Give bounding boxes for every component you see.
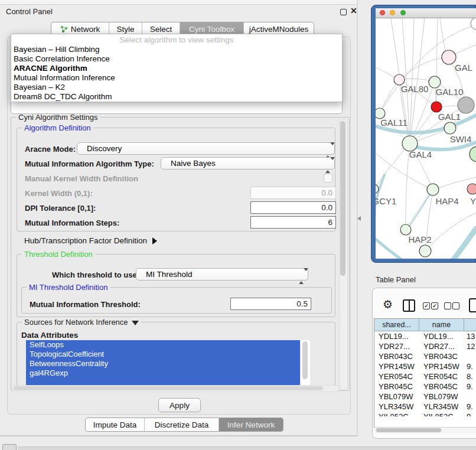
dpi-tolerance-label: DPI Tolerance [0,1]:	[25, 204, 96, 213]
window-top-strip	[0, 0, 357, 5]
table-header-cell[interactable]	[464, 319, 476, 331]
network-node[interactable]	[471, 18, 476, 30]
table-row[interactable]: YER054CYER054C8.	[374, 371, 476, 381]
network-edge	[425, 213, 476, 251]
manual-kernel-width-label: Manual Kernel Width Definition	[25, 174, 138, 183]
tab-infer-network[interactable]: Infer Network	[219, 418, 283, 431]
algorithm-option[interactable]: Mutual Information Inference	[11, 73, 342, 83]
network-node[interactable]	[470, 146, 476, 162]
table-cell: YER054C	[419, 371, 464, 381]
network-node[interactable]	[442, 50, 456, 64]
network-node[interactable]	[431, 102, 442, 112]
table-row[interactable]: YLR345WYLR345W9.	[374, 402, 476, 412]
splitter-collapse-arrow[interactable]	[357, 216, 361, 221]
settings-horizontal-scrollbar[interactable]	[12, 385, 339, 392]
mi-steps-field[interactable]: 6	[250, 216, 336, 229]
close-traffic-light[interactable]	[380, 10, 385, 15]
manual-kernel-width-checkbox[interactable]	[324, 174, 332, 182]
table-header-cell[interactable]: shared...	[374, 319, 419, 331]
settings-vertical-scrollbar-thumb[interactable]	[340, 121, 345, 276]
table-row[interactable]: YDR27...YDR27...12	[374, 341, 476, 351]
table-cell: 13	[464, 331, 476, 341]
network-node-label: GCY1	[376, 196, 396, 206]
table-header-cell[interactable]: name	[419, 319, 464, 331]
mi-algorithm-type-label: Mutual Information Algorithm Type:	[25, 159, 154, 168]
network-node[interactable]	[444, 122, 456, 134]
tab-impute-data-label: Impute Data	[93, 420, 137, 429]
tab-discretize-data[interactable]: Discretize Data	[145, 418, 219, 431]
attribute-option[interactable]	[26, 378, 300, 385]
network-node[interactable]	[429, 76, 441, 88]
float-window-icon[interactable]	[340, 9, 347, 15]
tab-style-label: Style	[116, 25, 134, 34]
network-node[interactable]	[419, 245, 431, 257]
table-horizontal-scrollbar[interactable]	[374, 427, 476, 433]
taskbar-button[interactable]	[2, 444, 17, 450]
attribute-option[interactable]: TopologicalCoefficient	[26, 350, 300, 359]
table-row[interactable]: YBL079WYBL079W	[374, 392, 476, 402]
network-node[interactable]	[467, 184, 476, 194]
mi-threshold-field[interactable]: 0.5	[230, 298, 311, 310]
table-row[interactable]: YIL052CYIL052C9.	[374, 412, 476, 416]
tab-select-label: Select	[150, 25, 172, 34]
table-row[interactable]: YDL19...YDL19...13	[374, 331, 476, 341]
algorithm-option[interactable]: Bayesian – K2	[11, 83, 342, 92]
mi-algorithm-type-combo[interactable]: Naive Bayes	[161, 157, 335, 169]
attributes-scrollbar[interactable]	[300, 340, 310, 385]
sources-legend[interactable]: Sources for Network Inference	[22, 318, 141, 327]
kernel-width-field[interactable]: 0.0	[250, 187, 336, 199]
gear-icon[interactable]: ⚙	[383, 298, 393, 311]
network-node-label: GAL11	[380, 118, 407, 128]
data-attributes-list[interactable]: SelfLoopsTopologicalCoefficientBetweenne…	[26, 340, 300, 385]
table-panel-title: Table Panel	[376, 275, 416, 284]
stepper-arrows-icon	[325, 160, 330, 171]
attributes-scrollbar-thumb[interactable]	[302, 341, 308, 379]
split-panel-icon[interactable]	[403, 299, 415, 312]
table-row[interactable]: YBR045CYBR045C9.	[374, 381, 476, 392]
tab-discretize-data-label: Discretize Data	[155, 420, 209, 429]
minimize-traffic-light[interactable]	[390, 10, 395, 15]
attribute-option[interactable]: BetweennessCentrality	[26, 359, 300, 369]
attribute-option[interactable]: gal4RGexp	[26, 369, 300, 378]
hub-factor-expander[interactable]: Hub/Transcription Factor Definition	[24, 236, 157, 245]
table-row[interactable]: YBR043CYBR043C	[374, 351, 476, 361]
network-node-label: GAL80	[401, 84, 429, 94]
network-node[interactable]	[458, 97, 474, 113]
deselect-all-icon[interactable]	[452, 302, 459, 309]
network-node[interactable]	[427, 184, 439, 195]
table-row[interactable]: YPR145WYPR145W9.	[374, 361, 476, 371]
table-cell: YLR345W	[374, 402, 419, 412]
algorithm-option[interactable]: ARACNE Algorithm	[11, 64, 342, 73]
network-canvas[interactable]: GALGAL80GAL10GAL1GAL11SWI4GAL4GCY1HAP4YH…	[376, 18, 476, 259]
tab-impute-data[interactable]: Impute Data	[86, 418, 145, 431]
network-node-label: GAL10	[436, 87, 464, 97]
algorithm-option[interactable]: Bayesian – Hill Climbing	[11, 45, 342, 54]
apply-button-label: Apply	[169, 401, 190, 410]
settings-horizontal-scrollbar-thumb[interactable]	[14, 386, 323, 390]
which-threshold-combo[interactable]: MI Threshold	[136, 268, 308, 281]
mi-threshold-label: Mutual Information Threshold:	[30, 300, 141, 309]
table-cell: YPR145W	[419, 361, 464, 371]
table-cell: YIL052C	[419, 412, 464, 416]
chevron-right-icon	[152, 237, 157, 244]
table-cell: 9.	[464, 412, 476, 416]
table-cell: YIL052C	[374, 412, 419, 416]
apply-button[interactable]: Apply	[158, 398, 201, 412]
attribute-option[interactable]: SelfLoops	[26, 340, 300, 350]
settings-vertical-scrollbar[interactable]	[339, 119, 348, 390]
select-all-icon[interactable]: ✓	[423, 302, 430, 309]
select-all-icon[interactable]: ✓	[431, 302, 438, 309]
table-cell: YBL079W	[374, 392, 419, 402]
table-cell: YLR345W	[419, 402, 464, 412]
dpi-tolerance-field[interactable]: 0.0	[250, 201, 336, 214]
new-column-icon[interactable]	[469, 298, 476, 312]
algorithm-option[interactable]: Basic Correlation Inference	[11, 54, 342, 64]
table-horizontal-scrollbar-thumb[interactable]	[376, 428, 441, 432]
close-icon[interactable]: ✕	[350, 6, 357, 15]
aracne-mode-combo[interactable]: Discovery	[77, 142, 335, 155]
zoom-traffic-light[interactable]	[400, 10, 406, 15]
tab-network-label: Network	[71, 25, 100, 34]
deselect-all-icon[interactable]	[444, 302, 451, 309]
network-node[interactable]	[400, 224, 411, 235]
algorithm-option[interactable]: Dream8 DC_TDC Algorithm	[11, 92, 342, 102]
